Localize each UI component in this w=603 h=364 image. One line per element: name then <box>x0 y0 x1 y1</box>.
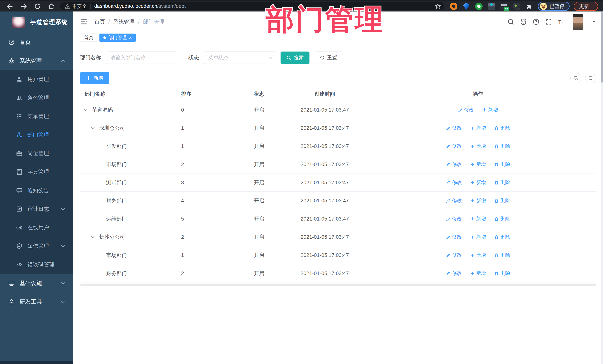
dept-status: 开启 <box>252 106 290 113</box>
expand-arrow-icon[interactable] <box>91 235 94 238</box>
add-action-link[interactable]: 新增 <box>482 107 498 113</box>
help-icon[interactable] <box>533 18 540 25</box>
browser-profile-button[interactable]: 已暂停 <box>538 2 570 11</box>
collapse-sidebar-icon[interactable] <box>80 18 88 26</box>
delete-action-link[interactable]: 删除 <box>494 125 510 131</box>
expand-arrow-icon[interactable] <box>91 126 94 129</box>
edit-action-link[interactable]: 修改 <box>446 161 462 167</box>
sidebar-item-devtools[interactable]: 研发工具 <box>0 292 73 311</box>
search-icon[interactable] <box>507 18 514 25</box>
delete-action-link[interactable]: 删除 <box>494 216 510 222</box>
browser-home-icon[interactable] <box>47 3 55 10</box>
add-action-link[interactable]: 新增 <box>470 179 486 186</box>
delete-action-link[interactable]: 删除 <box>494 270 510 276</box>
edit-action-link[interactable]: 修改 <box>458 107 474 113</box>
trash-icon <box>494 162 499 167</box>
user-avatar[interactable] <box>573 14 583 30</box>
sidebar-item-dept[interactable]: 部门管理 <box>0 126 73 144</box>
edit-action-link[interactable]: 修改 <box>446 125 462 131</box>
tag-close-icon[interactable]: × <box>129 35 132 40</box>
browser-reload-icon[interactable] <box>34 3 41 10</box>
sidebar-item-role[interactable]: 角色管理 <box>0 88 73 107</box>
fullscreen-icon[interactable] <box>545 18 552 25</box>
dept-created-time: 2021-01-05 17:03:47 <box>290 270 360 276</box>
delete-action-link[interactable]: 删除 <box>494 234 510 240</box>
squares-extension-icon[interactable] <box>488 3 495 10</box>
browser-menu-dots-icon[interactable] <box>593 3 595 10</box>
add-action-link[interactable]: 新增 <box>470 270 486 276</box>
orange-extension-icon[interactable] <box>450 3 457 10</box>
users-icon <box>16 95 23 101</box>
add-action-link[interactable]: 新增 <box>470 161 486 167</box>
edit-action-link[interactable]: 修改 <box>446 270 462 276</box>
tag-dept-active[interactable]: 部门管理 × <box>99 33 136 42</box>
delete-action-link[interactable]: 删除 <box>494 143 510 149</box>
status-select[interactable]: 菜单状态 <box>204 52 276 64</box>
add-action-link[interactable]: 新增 <box>470 252 486 258</box>
sidebar-item-home[interactable]: 首页 <box>0 33 73 52</box>
sidebar-item-audit[interactable]: 审计日志 <box>0 200 73 218</box>
sidebar-item-user[interactable]: 用户管理 <box>0 70 73 88</box>
dark-on-extension-icon[interactable] <box>500 3 508 10</box>
delete-action-link[interactable]: 删除 <box>494 179 510 186</box>
dept-status: 开启 <box>252 161 290 168</box>
gem-extension-icon[interactable] <box>463 3 470 10</box>
add-button[interactable]: 新增 <box>80 72 109 84</box>
monkey-extension-icon[interactable] <box>513 3 521 10</box>
window-scrollbar[interactable] <box>601 11 603 364</box>
table-horizontal-scrollbar[interactable] <box>80 284 596 286</box>
address-bar[interactable]: 不安全 dashboard.yudao.iocoder.cn /system/d… <box>60 2 444 10</box>
sidebar-item-menu[interactable]: 菜单管理 <box>0 107 73 126</box>
extensions-puzzle-icon[interactable] <box>526 3 533 10</box>
edit-action-link[interactable]: 修改 <box>446 179 462 186</box>
delete-action-link[interactable]: 删除 <box>494 161 510 167</box>
add-action-link[interactable]: 新增 <box>470 197 486 204</box>
breadcrumb-home[interactable]: 首页 <box>94 18 105 26</box>
bookmark-star-icon[interactable] <box>435 3 441 10</box>
browser-update-button[interactable]: 更新 <box>574 2 598 11</box>
dept-created-time: 2021-01-05 17:03:47 <box>290 125 360 131</box>
sidebar-item-online[interactable]: 在线用户 <box>0 218 73 237</box>
add-action-link[interactable]: 新增 <box>470 125 486 131</box>
avatar-caret-icon[interactable] <box>591 20 596 24</box>
add-action-link[interactable]: 新增 <box>470 143 486 149</box>
add-action-link[interactable]: 新增 <box>470 234 486 240</box>
toggle-search-button[interactable] <box>570 73 581 83</box>
reset-button[interactable]: 重置 <box>314 52 343 64</box>
sidebar-logo[interactable]: 芋道管理系统 <box>0 11 73 33</box>
delete-action-link[interactable]: 删除 <box>494 197 510 204</box>
edit-action-link[interactable]: 修改 <box>446 197 462 204</box>
sidebar-item-sms[interactable]: 短信管理 <box>0 237 73 255</box>
dept-name: 运维部门 <box>106 215 127 222</box>
font-size-icon[interactable] <box>558 18 565 25</box>
sidebar-item-infra[interactable]: 基础设施 <box>0 274 73 292</box>
green-circle-extension-icon[interactable] <box>475 3 483 10</box>
edit-action-link[interactable]: 修改 <box>446 216 462 222</box>
expand-arrow-icon[interactable] <box>84 108 87 111</box>
sidebar-item-system[interactable]: 系统管理 <box>0 52 73 70</box>
browser-back-icon[interactable] <box>6 3 14 10</box>
status-label: 状态 <box>188 54 199 61</box>
sidebar-item-post[interactable]: 岗位管理 <box>0 144 73 163</box>
add-action-link[interactable]: 新增 <box>470 216 486 222</box>
delete-action-link[interactable]: 删除 <box>494 252 510 258</box>
dept-status: 开启 <box>252 270 290 277</box>
refresh-table-button[interactable] <box>585 73 596 83</box>
sidebar-item-errcode[interactable]: 错误码管理 <box>0 255 73 274</box>
tag-home[interactable]: 首页 <box>80 33 97 42</box>
sidebar-item-dict[interactable]: 字典管理 <box>0 163 73 181</box>
sidebar-item-notice[interactable]: 通知公告 <box>0 181 73 200</box>
search-button[interactable]: 搜索 <box>280 52 310 64</box>
column-header-created: 创建时间 <box>290 90 360 98</box>
pencil-icon <box>446 198 451 203</box>
edit-action-link[interactable]: 修改 <box>446 143 462 149</box>
browser-forward-icon[interactable] <box>20 3 27 10</box>
github-icon[interactable] <box>520 18 527 25</box>
dept-table: 部门名称 排序 状态 创建时间 操作 芋道源码0开启2021-01-05 17:… <box>80 87 596 286</box>
breadcrumb-system[interactable]: 系统管理 <box>113 18 135 26</box>
edit-action-link[interactable]: 修改 <box>446 234 462 240</box>
dept-name-input[interactable] <box>106 52 178 64</box>
edit-action-link[interactable]: 修改 <box>446 252 462 258</box>
chevron-down-icon <box>61 299 65 303</box>
table-row: 市场部门2开启2021-01-05 17:03:47修改新增删除 <box>80 155 596 174</box>
